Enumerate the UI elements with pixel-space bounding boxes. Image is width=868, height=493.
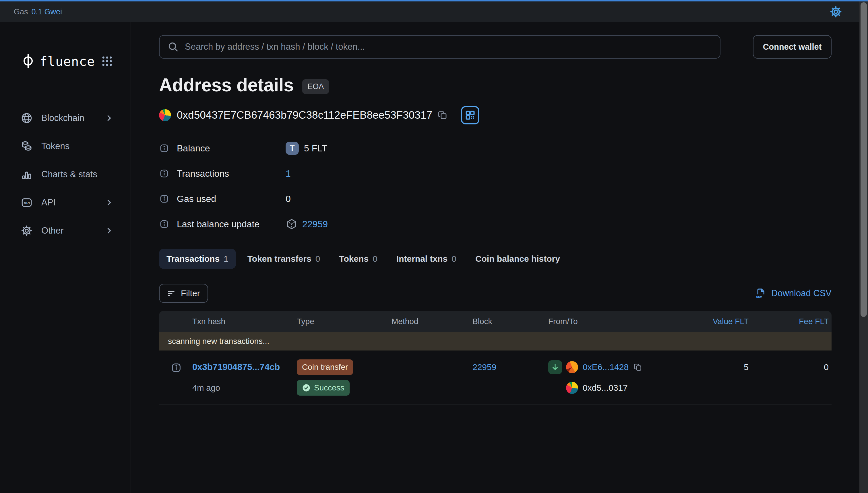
tabs-bar: Transactions 1 Token transfers 0 Tokens …: [159, 249, 831, 269]
download-csv-label: Download CSV: [771, 288, 831, 299]
info-hint-icon[interactable]: [159, 168, 169, 179]
sidebar-item-label: Blockchain: [41, 113, 84, 123]
success-check-icon: [302, 384, 311, 392]
transactions-table: Txn hash Type Method Block From/To Value…: [159, 311, 831, 405]
address-row: 0xd50437E7CB67463b79C38c112eFEB8ee53F303…: [159, 106, 831, 124]
apps-grid-icon[interactable]: [101, 55, 113, 67]
tab-count: 1: [224, 254, 228, 264]
sidebar-item-label: Other: [41, 226, 64, 236]
txn-type-badge: Coin transfer: [297, 359, 353, 375]
sidebar-item-label: Charts & stats: [41, 169, 97, 179]
table-row: 0x3b71904875...74cb 4m ago Coin transfer…: [159, 350, 831, 405]
tab-tokens[interactable]: Tokens 0: [332, 249, 385, 269]
table-toolbar: Filter csv Download CSV: [159, 284, 831, 303]
search-row: Connect wallet: [159, 35, 831, 59]
tab-count: 0: [372, 254, 378, 264]
address-type-badge: EOA: [302, 79, 329, 94]
tab-token-transfers[interactable]: Token transfers 0: [240, 249, 328, 269]
info-label: Gas used: [177, 194, 216, 204]
tab-count: 0: [316, 254, 320, 264]
tab-transactions[interactable]: Transactions 1: [159, 249, 236, 269]
info-row-last-balance-update: Last balance update 22959: [159, 211, 831, 237]
tab-label: Token transfers: [247, 254, 312, 264]
last-balance-block-link[interactable]: 22959: [302, 219, 328, 230]
gas-tracker[interactable]: Gas 0.1 Gwei: [14, 7, 62, 16]
tab-label: Transactions: [166, 254, 220, 264]
txn-status-badge: Success: [297, 380, 350, 395]
search-icon: [168, 41, 179, 52]
sidebar-item-tokens[interactable]: Tokens: [21, 132, 113, 160]
txn-hash-link[interactable]: 0x3b71904875...74cb: [187, 362, 280, 372]
api-icon: API: [21, 196, 33, 209]
search-input[interactable]: [185, 42, 712, 52]
sidebar-item-api[interactable]: API API: [21, 189, 113, 217]
qr-code-icon: [465, 110, 476, 121]
fluence-logo-icon[interactable]: [21, 53, 36, 69]
copy-from-address-icon[interactable]: [633, 363, 642, 372]
tab-label: Coin balance history: [475, 254, 560, 264]
sidebar-nav: Blockchain Tokens: [21, 104, 113, 245]
search-bar[interactable]: [159, 35, 721, 59]
info-label: Last balance update: [177, 219, 259, 230]
sidebar-item-charts-stats[interactable]: Charts & stats: [21, 160, 113, 189]
tab-coin-balance-history[interactable]: Coin balance history: [468, 249, 568, 269]
txn-value: 5: [686, 359, 752, 375]
to-line: 0xd5...0317: [566, 380, 686, 396]
filter-icon: [167, 289, 176, 298]
filter-button[interactable]: Filter: [159, 284, 208, 303]
filter-label: Filter: [181, 288, 200, 298]
col-method: Method: [385, 317, 468, 326]
sidebar: fluence Blockchain: [0, 22, 131, 493]
tab-internal-txns[interactable]: Internal txns 0: [389, 249, 464, 269]
table-header: Txn hash Type Method Block From/To Value…: [159, 311, 831, 332]
qr-code-button[interactable]: [461, 106, 479, 124]
col-fee[interactable]: Fee FLT: [752, 317, 831, 326]
info-row-transactions: Transactions 1: [159, 161, 831, 186]
tab-label: Internal txns: [396, 254, 448, 264]
copy-address-icon[interactable]: [437, 110, 448, 121]
txn-fee: 0: [752, 359, 831, 375]
chevron-right-icon: [105, 114, 113, 122]
info-label: Transactions: [177, 168, 229, 179]
txn-info-icon[interactable]: [170, 362, 182, 373]
address-info-section: Balance T 5 FLT Transactions 1: [159, 135, 831, 237]
settings-gear-icon[interactable]: [829, 5, 842, 18]
sidebar-item-other[interactable]: Other: [21, 217, 113, 245]
balance-value: 5 FLT: [304, 143, 327, 154]
info-row-balance: Balance T 5 FLT: [159, 135, 831, 161]
from-address-avatar: [566, 361, 578, 373]
scanning-notice: scanning new transactions...: [159, 332, 831, 350]
sidebar-item-blockchain[interactable]: Blockchain: [21, 104, 113, 132]
txn-block-link[interactable]: 22959: [468, 362, 496, 372]
topbar: Gas 0.1 Gwei: [0, 0, 868, 22]
top-accent-bar: [0, 0, 868, 1]
info-hint-icon[interactable]: [159, 194, 169, 204]
page-title: Address details: [159, 74, 294, 96]
col-type: Type: [296, 317, 385, 326]
info-hint-icon[interactable]: [159, 219, 169, 229]
direction-in-icon: [548, 360, 562, 374]
scrollbar-track[interactable]: [860, 0, 868, 493]
address-hash[interactable]: 0xd50437E7CB67463b79C38c112eFEB8ee53F303…: [177, 109, 432, 121]
chevron-right-icon: [105, 227, 113, 235]
chevron-right-icon: [105, 198, 113, 207]
gear-icon: [21, 225, 33, 237]
coins-icon: [21, 140, 33, 152]
transactions-count-link[interactable]: 1: [285, 168, 291, 179]
svg-text:API: API: [24, 201, 30, 205]
from-address-link[interactable]: 0xE6...1428: [583, 362, 629, 372]
csv-file-icon: csv: [755, 287, 767, 299]
connect-wallet-button[interactable]: Connect wallet: [753, 35, 831, 59]
logo-text[interactable]: fluence: [40, 54, 95, 69]
scanning-notice-text: scanning new transactions...: [168, 337, 269, 346]
main-content: Connect wallet Address details EOA 0xd50…: [131, 22, 868, 493]
tab-label: Tokens: [339, 254, 369, 264]
address-avatar: [159, 109, 171, 121]
from-line: 0xE6...1428: [548, 359, 686, 375]
col-txn-hash: Txn hash: [187, 317, 296, 326]
download-csv-link[interactable]: csv Download CSV: [755, 287, 831, 299]
scrollbar-thumb[interactable]: [861, 2, 867, 317]
col-value[interactable]: Value FLT: [686, 317, 752, 326]
block-cube-icon: [285, 218, 298, 230]
info-hint-icon[interactable]: [159, 143, 169, 153]
